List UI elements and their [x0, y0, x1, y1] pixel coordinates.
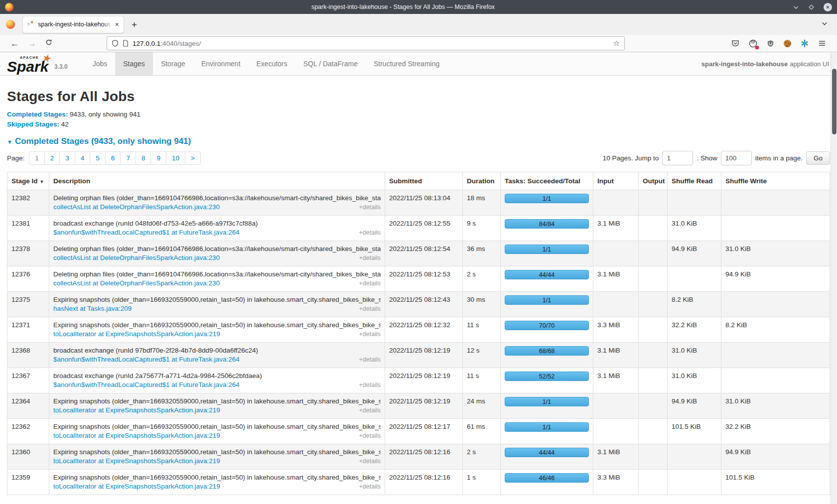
- column-header-input[interactable]: Input: [593, 172, 639, 190]
- containers-icon[interactable]: [749, 39, 757, 48]
- skipped-stages-stat: Skipped Stages: 42: [7, 120, 830, 129]
- output-cell: [639, 470, 668, 495]
- completed-stages-section-header[interactable]: ▼Completed Stages (9433, only showing 94…: [7, 136, 830, 146]
- url-bar[interactable]: 127.0.0.1:4040/stages/ ☆: [107, 36, 625, 50]
- stage-detail-link[interactable]: collectAsList at DeleteOrphanFilesSparkA…: [53, 253, 220, 262]
- pages-summary: 10 Pages. Jump to: [603, 154, 659, 162]
- column-header-output[interactable]: Output: [639, 172, 668, 190]
- url-text[interactable]: 127.0.0.1:4040/stages/: [133, 40, 613, 47]
- list-tabs-icon[interactable]: [821, 20, 828, 29]
- submitted-cell: 2022/11/25 08:12:16: [385, 470, 463, 495]
- column-header-description[interactable]: Description: [49, 172, 385, 190]
- details-toggle[interactable]: +details: [359, 355, 381, 364]
- minimize-icon[interactable]: [793, 4, 799, 10]
- submitted-cell: 2022/11/25 08:13:04: [385, 190, 463, 216]
- page-button-4[interactable]: 4: [75, 151, 91, 165]
- column-header-shuffle-write[interactable]: Shuffle Write: [721, 172, 830, 190]
- spark-nav-item-executors[interactable]: Executors: [249, 52, 295, 75]
- details-toggle[interactable]: +details: [359, 380, 381, 389]
- stage-detail-link[interactable]: toLocalIterator at ExpireSnapshotsSparkA…: [53, 431, 220, 440]
- spark-nav-item-structured-streaming[interactable]: Structured Streaming: [366, 52, 447, 75]
- page-button-7[interactable]: 7: [120, 151, 136, 165]
- stage-detail-link[interactable]: toLocalIterator at ExpireSnapshotsSparkA…: [53, 330, 220, 339]
- output-cell: [639, 241, 668, 266]
- spark-nav-item-storage[interactable]: Storage: [153, 52, 193, 75]
- details-toggle[interactable]: +details: [359, 304, 381, 313]
- skipped-stages-value: 42: [61, 121, 69, 128]
- stage-detail-link[interactable]: $anonfun$withThreadLocalCaptured$1 at Fu…: [53, 380, 240, 389]
- page-button-2[interactable]: 2: [44, 151, 60, 165]
- description-cell: Expiring snapshots (older_than=166932055…: [49, 317, 385, 343]
- details-toggle[interactable]: +details: [359, 406, 381, 415]
- items-per-page-input[interactable]: [721, 151, 752, 165]
- duration-cell: 2 s: [463, 266, 501, 292]
- page-button-8[interactable]: 8: [136, 151, 151, 165]
- page-button-1[interactable]: 1: [29, 151, 45, 165]
- reload-icon[interactable]: [45, 39, 52, 48]
- stage-detail-link[interactable]: $anonfun$withThreadLocalCaptured$1 at Fu…: [53, 228, 240, 237]
- details-toggle[interactable]: +details: [359, 482, 381, 491]
- page-content: Stages for All Jobs Completed Stages: 94…: [0, 89, 837, 495]
- stage-detail-link[interactable]: $anonfun$withThreadLocalCaptured$1 at Fu…: [53, 355, 240, 364]
- page-button-10[interactable]: 10: [166, 151, 185, 165]
- next-page-button[interactable]: >: [185, 151, 201, 165]
- shuffle-write-cell: 31.0 KiB: [721, 393, 830, 419]
- spark-nav-item-environment[interactable]: Environment: [193, 52, 249, 75]
- stage-detail-link[interactable]: toLocalIterator at ExpireSnapshotsSparkA…: [53, 457, 220, 466]
- tab-close-icon[interactable]: ×: [115, 21, 119, 28]
- column-header-tasks-succeeded-total[interactable]: Tasks: Succeeded/Total: [501, 172, 593, 190]
- spark-navbar: APACHE Spark ★ 3.3.0 Jobs Stages Storage…: [0, 52, 837, 76]
- back-icon[interactable]: ←: [10, 39, 19, 48]
- stage-detail-link[interactable]: hasNext at Tasks.java:209: [53, 304, 132, 313]
- page-info-icon[interactable]: [123, 40, 129, 47]
- ublock-icon[interactable]: [767, 40, 774, 47]
- go-button[interactable]: Go: [806, 151, 830, 165]
- shield-icon[interactable]: [112, 40, 119, 47]
- stage-description: Deleting orphan files (older_than=166910…: [53, 270, 381, 279]
- details-toggle[interactable]: +details: [359, 457, 381, 466]
- details-toggle[interactable]: +details: [359, 253, 381, 262]
- scrollbar-track[interactable]: [831, 53, 837, 504]
- cookie-icon[interactable]: [784, 40, 791, 47]
- page-button-3[interactable]: 3: [59, 151, 75, 165]
- spark-nav-item-jobs[interactable]: Jobs: [85, 52, 116, 75]
- bookmark-star-icon[interactable]: ☆: [613, 39, 620, 48]
- stage-detail-link[interactable]: toLocalIterator at ExpireSnapshotsSparkA…: [53, 406, 220, 415]
- pocket-icon[interactable]: [731, 39, 739, 47]
- details-toggle[interactable]: +details: [359, 228, 381, 237]
- close-icon[interactable]: ×: [824, 3, 832, 11]
- tasks-progress-bar: 68/68: [505, 346, 589, 356]
- spark-logo[interactable]: APACHE Spark ★ 3.3.0: [0, 52, 72, 75]
- column-header-stage-id[interactable]: Stage Id▼: [7, 172, 49, 190]
- page-button-9[interactable]: 9: [150, 151, 166, 165]
- asterisk-icon[interactable]: [801, 39, 809, 47]
- details-toggle[interactable]: +details: [359, 279, 381, 288]
- details-toggle[interactable]: +details: [359, 330, 381, 339]
- browser-tab[interactable]: s spark-ingest-into-lakehous ×: [23, 16, 124, 33]
- column-header-submitted[interactable]: Submitted: [385, 172, 463, 190]
- jump-to-page-input[interactable]: [662, 151, 693, 165]
- maximize-icon[interactable]: [808, 4, 815, 10]
- table-row: 12375 Expiring snapshots (older_than=166…: [7, 292, 830, 317]
- column-header-duration[interactable]: Duration: [463, 172, 501, 190]
- details-toggle[interactable]: +details: [359, 203, 381, 212]
- stage-detail-link[interactable]: collectAsList at DeleteOrphanFilesSparkA…: [53, 203, 220, 212]
- input-cell: [593, 241, 639, 266]
- stage-detail-link[interactable]: collectAsList at DeleteOrphanFilesSparkA…: [53, 279, 220, 288]
- stage-description: Expiring snapshots (older_than=166932055…: [53, 422, 381, 431]
- page-button-5[interactable]: 5: [90, 151, 106, 165]
- page-button-6[interactable]: 6: [105, 151, 121, 165]
- description-cell: Expiring snapshots (older_than=166932055…: [49, 292, 385, 317]
- new-tab-button[interactable]: +: [132, 20, 137, 29]
- details-toggle[interactable]: +details: [359, 431, 381, 440]
- completed-stages-stat: Completed Stages: 9433, only showing 941: [7, 110, 830, 120]
- column-header-shuffle-read[interactable]: Shuffle Read: [668, 172, 721, 190]
- pagination-bar: Page: 12345678910> 10 Pages. Jump to . S…: [7, 151, 830, 165]
- spark-nav-item-stages[interactable]: Stages: [115, 52, 153, 75]
- scrollbar-thumb[interactable]: [832, 69, 837, 134]
- show-label: . Show: [697, 154, 717, 162]
- stage-detail-link[interactable]: toLocalIterator at ExpireSnapshotsSparkA…: [53, 482, 220, 491]
- forward-icon[interactable]: →: [28, 39, 36, 48]
- spark-nav-item-sql-dataframe[interactable]: SQL / DataFrame: [295, 52, 366, 75]
- menu-icon[interactable]: [818, 39, 826, 47]
